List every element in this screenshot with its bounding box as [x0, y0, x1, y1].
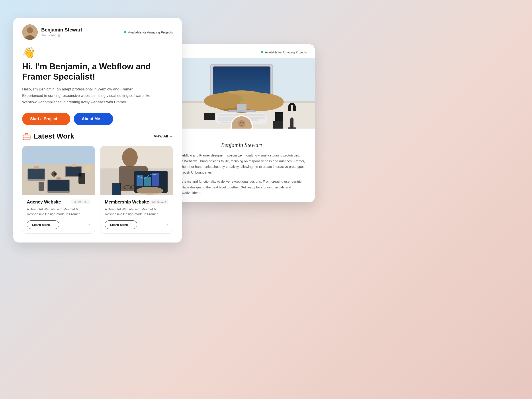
svg-rect-47	[228, 110, 255, 112]
work-card-footer-2: Learn More → ↗	[105, 220, 168, 229]
svg-rect-58	[288, 106, 291, 111]
svg-point-20	[84, 165, 91, 172]
work-card-desc-2: A Beautiful Website with Minimal & Respo…	[105, 207, 168, 217]
button-group: Start a Project → About Me →	[22, 113, 173, 125]
profile-text: Benjamin Stewart Tea Lover 🍵	[41, 27, 82, 37]
work-card-2: Membership Website JJS2GLXOX A Beautiful…	[100, 146, 173, 234]
hero-description: Hello, I'm Benjamin, an adept profession…	[22, 86, 151, 106]
svg-point-35	[137, 187, 163, 195]
profile-subtitle: Tea Lover 🍵	[41, 33, 82, 37]
svg-rect-46	[237, 104, 247, 110]
back-status-text: Available for Amazing Projects	[265, 51, 307, 54]
section-title: Latest Work	[34, 132, 74, 140]
work-image-2	[101, 146, 173, 195]
work-card-body-2: Membership Website JJS2GLXOX A Beautiful…	[101, 195, 173, 234]
work-card-title-2: Membership Website	[105, 200, 149, 205]
back-description-1: a Webflow and Framer designer. I special…	[177, 152, 307, 175]
back-card: Available for Amazing Projects	[168, 44, 315, 202]
svg-rect-57	[288, 127, 296, 129]
svg-rect-12	[48, 180, 69, 191]
svg-point-15	[56, 177, 61, 180]
svg-rect-28	[144, 177, 151, 186]
svg-rect-53	[204, 113, 215, 120]
section-title-group: Latest Work	[22, 132, 74, 141]
hero-title: Hi. I'm Benjamin, a Webflow and Framer S…	[22, 62, 173, 82]
svg-point-13	[34, 165, 39, 169]
profile-info: Benjamin Stewart Tea Lover 🍵	[22, 24, 82, 40]
work-card-title-row-2: Membership Website JJS2GLXOX	[105, 200, 168, 205]
start-project-button[interactable]: Start a Project →	[22, 113, 70, 125]
work-grid: Agency Website OERR5H7YL A Beautiful Web…	[22, 146, 173, 234]
status-badge: Available for Amazing Projects	[124, 30, 173, 34]
latest-work-section: Latest Work View All →	[13, 132, 182, 234]
svg-rect-60	[273, 121, 283, 129]
arrow-icon-2: ↗	[165, 223, 168, 226]
back-card-content: Benjamin Stewart a Webflow and Framer de…	[168, 129, 315, 202]
svg-point-66	[242, 122, 244, 123]
arrow-icon-1: ↗	[88, 223, 90, 226]
wave-emoji: 👋	[22, 47, 173, 59]
profile-name: Benjamin Stewart	[41, 27, 82, 33]
main-card: Benjamin Stewart Tea Lover 🍵 Available f…	[13, 18, 182, 242]
work-card-title-1: Agency Website	[27, 200, 61, 205]
back-card-header: Available for Amazing Projects	[168, 44, 315, 58]
hero-section: 👋 Hi. I'm Benjamin, a Webflow and Framer…	[13, 44, 182, 132]
status-text: Available for Amazing Projects	[128, 30, 173, 34]
svg-point-1	[27, 27, 33, 33]
work-card-body-1: Agency Website OERR5H7YL A Beautiful Web…	[22, 195, 95, 234]
card-header: Benjamin Stewart Tea Lover 🍵 Available f…	[13, 18, 182, 44]
svg-point-45	[241, 99, 242, 101]
svg-rect-59	[293, 106, 296, 111]
back-card-image	[168, 58, 315, 129]
svg-point-65	[240, 122, 241, 123]
work-card-footer-1: Learn More → ↗	[27, 220, 90, 229]
work-card-desc-1: A Beautiful Website with Minimal & Respo…	[27, 207, 90, 217]
svg-rect-8	[28, 169, 44, 179]
learn-more-button-2[interactable]: Learn More →	[105, 220, 137, 229]
status-dot	[124, 31, 126, 33]
work-card-code-1: OERR5H7YL	[71, 200, 90, 204]
work-image-1	[22, 146, 95, 195]
svg-rect-18	[78, 173, 85, 184]
briefcase-icon	[22, 132, 31, 141]
svg-point-23	[122, 148, 138, 167]
work-card-1: Agency Website OERR5H7YL A Beautiful Web…	[22, 146, 95, 234]
learn-more-button-1[interactable]: Learn More →	[27, 220, 59, 229]
about-me-button[interactable]: About Me →	[74, 113, 113, 125]
svg-rect-34	[113, 184, 120, 195]
work-card-code-2: JJS2GLXOX	[149, 200, 168, 204]
back-signature: Benjamin Stewart	[177, 142, 307, 149]
svg-point-17	[54, 173, 56, 175]
back-status-dot	[261, 51, 263, 53]
avatar	[22, 24, 38, 40]
svg-rect-19	[38, 182, 44, 191]
back-description-2: aesthetics and functionality to deliver …	[177, 179, 307, 196]
work-card-title-row-1: Agency Website OERR5H7YL	[27, 200, 90, 205]
section-header: Latest Work View All →	[22, 132, 173, 141]
svg-point-14	[72, 164, 76, 167]
back-status-badge: Available for Amazing Projects	[261, 51, 307, 54]
view-all-link[interactable]: View All →	[154, 134, 173, 139]
svg-point-64	[238, 120, 245, 127]
svg-rect-56	[290, 117, 293, 129]
